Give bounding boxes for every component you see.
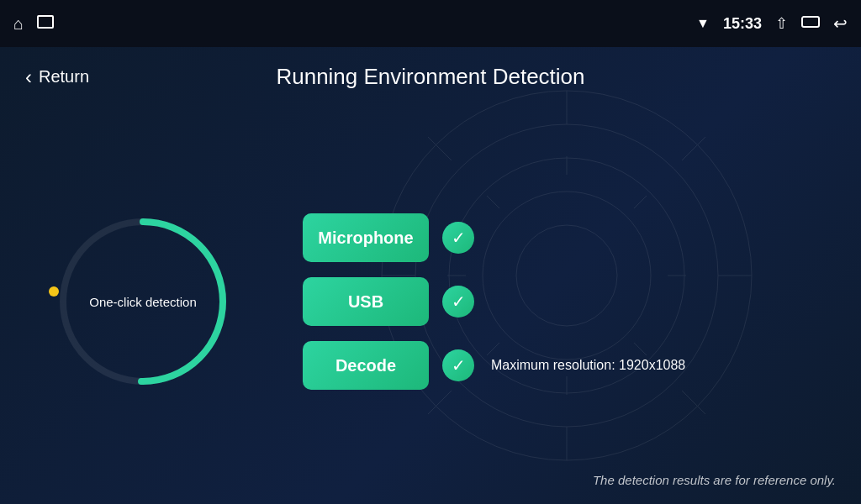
return-label: Return: [39, 67, 89, 87]
signal-icon: ⇧: [775, 14, 788, 33]
page-header: ‹ Return Running Environment Detection: [0, 47, 861, 107]
checkmark-icon: ✓: [452, 228, 466, 248]
status-bar-right-icons: ▼ 15:33 ⇧ ↩: [696, 13, 848, 34]
detection-items-list: Microphone ✓ USB ✓ Decode: [303, 213, 685, 390]
decode-status-check: ✓: [442, 349, 474, 381]
status-bar-left-icons: ⌂: [13, 14, 54, 34]
usb-row: USB ✓: [303, 277, 685, 326]
svg-rect-2: [802, 17, 819, 27]
decode-button[interactable]: Decode: [303, 341, 429, 390]
return-button[interactable]: ‹ Return: [25, 66, 89, 89]
checkmark-icon: ✓: [452, 355, 466, 375]
svg-rect-1: [43, 27, 48, 29]
status-bar: ⌂ ▼ 15:33 ⇧ ↩: [0, 0, 861, 47]
menu-icon[interactable]: [801, 15, 820, 32]
microphone-button[interactable]: Microphone: [303, 213, 429, 262]
main-content: ‹ Return Running Environment Detection O…: [0, 47, 861, 504]
wifi-icon: ▼: [696, 16, 710, 31]
microphone-row: Microphone ✓: [303, 213, 685, 262]
usb-status-check: ✓: [442, 286, 474, 318]
decode-row: Decode ✓ Maximum resolution: 1920x1088: [303, 341, 685, 390]
footer-note: The detection results are for reference …: [593, 473, 836, 487]
screen-icon[interactable]: [37, 15, 54, 32]
circle-label: One-click detection: [89, 295, 197, 309]
chevron-left-icon: ‹: [25, 66, 32, 89]
back-icon[interactable]: ↩: [833, 13, 848, 34]
checkmark-icon: ✓: [452, 291, 466, 312]
usb-button[interactable]: USB: [303, 277, 429, 326]
page-title: Running Environment Detection: [276, 64, 584, 90]
one-click-detection-widget[interactable]: One-click detection: [50, 209, 235, 394]
microphone-status-check: ✓: [442, 222, 474, 254]
svg-rect-0: [38, 16, 53, 28]
content-area: One-click detection Microphone ✓ USB ✓: [0, 107, 861, 496]
home-icon[interactable]: ⌂: [13, 14, 24, 34]
decode-resolution-text: Maximum resolution: 1920x1088: [491, 358, 685, 373]
status-time: 15:33: [723, 15, 762, 33]
